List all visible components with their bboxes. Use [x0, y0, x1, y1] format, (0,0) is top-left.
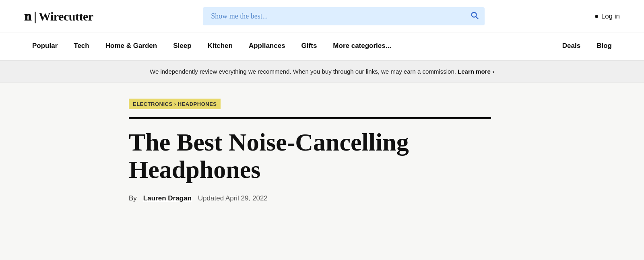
- nav-item-sleep[interactable]: Sleep: [165, 33, 199, 60]
- nav-item-kitchen[interactable]: Kitchen: [200, 33, 241, 60]
- nyt-logo: 𝐧 |: [24, 9, 36, 24]
- nav-item-deals[interactable]: Deals: [554, 33, 588, 60]
- author-link[interactable]: Lauren Dragan: [143, 194, 192, 202]
- main-content: ELECTRONICS › HEADPHONES The Best Noise-…: [0, 83, 644, 219]
- breadcrumb: ELECTRONICS › HEADPHONES: [129, 99, 221, 109]
- wirecutter-logo: Wirecutter: [39, 10, 93, 23]
- search-icon: [470, 11, 479, 20]
- nav-item-blog[interactable]: Blog: [588, 33, 620, 60]
- breadcrumb-headphones[interactable]: HEADPHONES: [178, 101, 217, 107]
- updated-date: Updated April 29, 2022: [198, 194, 268, 202]
- nav-item-home-garden[interactable]: Home & Garden: [97, 33, 165, 60]
- nav-item-more-categories[interactable]: More categories...: [325, 33, 399, 60]
- logo-area: 𝐧 | Wirecutter: [24, 9, 93, 24]
- breadcrumb-electronics[interactable]: ELECTRONICS: [133, 101, 173, 107]
- title-divider: [129, 117, 491, 119]
- nav-item-appliances[interactable]: Appliances: [241, 33, 293, 60]
- search-input[interactable]: [203, 7, 485, 25]
- svg-line-1: [476, 17, 478, 19]
- nav-item-gifts[interactable]: Gifts: [293, 33, 325, 60]
- login-label: Log in: [601, 12, 620, 21]
- main-nav: Popular Tech Home & Garden Sleep Kitchen…: [0, 33, 644, 61]
- learn-more-link[interactable]: Learn more ›: [458, 68, 494, 75]
- disclaimer-text: We independently review everything we re…: [150, 68, 456, 75]
- search-button[interactable]: [470, 11, 479, 22]
- nav-item-tech[interactable]: Tech: [66, 33, 97, 60]
- byline-by: By: [129, 194, 137, 202]
- article-title: The Best Noise-Cancelling Headphones: [129, 128, 491, 183]
- login-button[interactable]: ● Log in: [594, 12, 620, 21]
- disclaimer-banner: We independently review everything we re…: [0, 61, 644, 83]
- breadcrumb-separator: ›: [173, 101, 178, 107]
- user-icon: ●: [594, 12, 599, 21]
- nav-item-popular[interactable]: Popular: [24, 33, 66, 60]
- byline: By Lauren Dragan Updated April 29, 2022: [129, 194, 620, 202]
- search-area: [203, 7, 485, 25]
- site-header: 𝐧 | Wirecutter ● Log in: [0, 0, 644, 33]
- svg-point-0: [472, 12, 477, 17]
